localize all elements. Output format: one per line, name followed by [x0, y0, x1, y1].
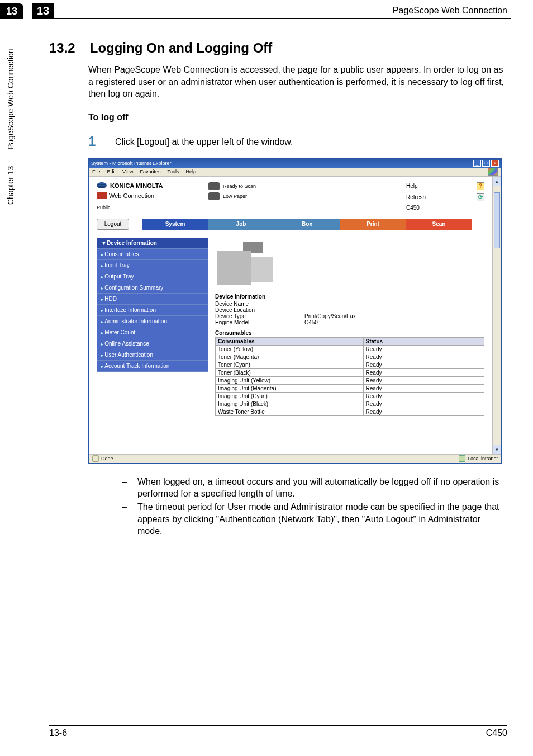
scroll-up-icon[interactable]: ▴: [493, 177, 501, 186]
consumables-heading: Consumables: [215, 330, 484, 336]
subsection-heading: To log off: [88, 112, 507, 122]
scanner-status-icon: [208, 182, 220, 190]
device-info-heading: Device Information: [215, 294, 484, 300]
notes-list: When logged on, a timeout occurs and you…: [122, 476, 507, 537]
table-row: Toner (Magenta)Ready: [216, 353, 484, 361]
step-text: Click [Logout] at the upper left of the …: [115, 134, 293, 149]
windows-flag-icon: [488, 168, 498, 176]
note-item: The timeout period for User mode and Adm…: [122, 501, 507, 537]
nav-hdd[interactable]: HDD: [97, 294, 208, 305]
status-ready: Ready to Scan: [223, 183, 256, 189]
window-title: System - Microsoft Internet Explorer: [91, 160, 172, 166]
side-nav: ▼Device Information Consumables Input Tr…: [97, 238, 208, 416]
nav-consumables[interactable]: Consumables: [97, 249, 208, 260]
done-icon: [92, 455, 99, 462]
browser-statusbar: Done Local intranet: [89, 454, 501, 463]
table-row: Toner (Cyan)Ready: [216, 361, 484, 368]
dev-name-label: Device Name: [215, 301, 304, 307]
logout-button[interactable]: Logout: [97, 219, 129, 230]
status-zone: Local intranet: [468, 456, 498, 461]
dev-type-label: Device Type: [215, 313, 304, 319]
section-paragraph: When PageScope Web Connection is accesse…: [88, 64, 507, 100]
paper-status-icon: [208, 192, 220, 200]
pagescope-label: Web Connection: [109, 192, 154, 199]
close-icon[interactable]: ×: [491, 160, 499, 167]
nav-input-tray[interactable]: Input Tray: [97, 260, 208, 271]
section-heading: 13.2Logging On and Logging Off: [49, 40, 507, 56]
side-section-label: PageScope Web Connection: [6, 49, 15, 150]
table-row: Waste Toner BottleReady: [216, 408, 484, 415]
table-row: Imaging Unit (Black)Ready: [216, 400, 484, 408]
top-chapter-badge: 13: [32, 3, 54, 18]
tab-box[interactable]: Box: [274, 219, 340, 230]
scroll-thumb[interactable]: [494, 192, 500, 248]
table-row: Imaging Unit (Cyan)Ready: [216, 392, 484, 400]
status-done: Done: [101, 456, 113, 461]
nav-user-auth[interactable]: User Authentication: [97, 349, 208, 361]
scroll-down-icon[interactable]: ▾: [493, 445, 501, 454]
section-number: 13.2: [49, 40, 75, 55]
menu-view[interactable]: View: [122, 169, 133, 174]
footer-page-number: 13-6: [49, 728, 67, 738]
step-1: 1 Click [Logout] at the upper left of th…: [88, 134, 507, 149]
nav-meter-count[interactable]: Meter Count: [97, 327, 208, 338]
konica-logo-icon: [97, 182, 107, 188]
nav-admin-info[interactable]: Administrator Information: [97, 316, 208, 327]
minimize-icon[interactable]: _: [473, 160, 481, 167]
nav-output-tray[interactable]: Output Tray: [97, 271, 208, 282]
pagescope-icon: [97, 192, 107, 199]
device-image: [217, 240, 279, 288]
help-icon[interactable]: ?: [477, 182, 484, 190]
section-title: Logging On and Logging Off: [90, 40, 273, 55]
table-row: Imaging Unit (Magenta)Ready: [216, 384, 484, 392]
zone-icon: [459, 455, 465, 462]
screenshot-browser: System - Microsoft Internet Explorer _ □…: [88, 158, 502, 464]
note-item: When logged on, a timeout occurs and you…: [122, 476, 507, 500]
dev-engine-value: C450: [304, 319, 318, 325]
dev-engine-label: Engine Model: [215, 319, 304, 325]
brand-label: KONICA MINOLTA: [110, 182, 163, 189]
status-lowpaper: Low Paper: [223, 193, 247, 199]
page-footer: 13-6 C450: [49, 725, 507, 738]
nav-interface-info[interactable]: Interface Information: [97, 305, 208, 316]
menu-file[interactable]: File: [92, 169, 101, 174]
menu-favorites[interactable]: Favorites: [140, 169, 160, 174]
model-label: C450: [406, 205, 420, 211]
side-tab: 13 Chapter 13 PageScope Web Connection: [0, 3, 28, 249]
refresh-link[interactable]: Refresh: [406, 194, 426, 200]
public-label: Public: [97, 205, 208, 210]
menu-edit[interactable]: Edit: [107, 169, 116, 174]
cons-col-name: Consumables: [216, 337, 364, 345]
table-row: Toner (Black)Ready: [216, 368, 484, 376]
tab-job[interactable]: Job: [208, 219, 274, 230]
menu-help[interactable]: Help: [185, 169, 196, 174]
dev-type-value: Print/Copy/Scan/Fax: [304, 313, 356, 319]
tab-scan[interactable]: Scan: [406, 219, 472, 230]
refresh-icon[interactable]: ⟳: [477, 193, 484, 201]
tab-print[interactable]: Print: [340, 219, 406, 230]
menu-tools[interactable]: Tools: [167, 169, 179, 174]
browser-menubar: File Edit View Favorites Tools Help: [89, 168, 501, 177]
consumables-table: ConsumablesStatus Toner (Yellow)Ready To…: [215, 337, 484, 416]
maximize-icon[interactable]: □: [482, 160, 490, 167]
help-link[interactable]: Help: [406, 183, 418, 189]
nav-account-track[interactable]: Account Track Information: [97, 361, 208, 372]
page-header-title: PageScope Web Connection: [54, 6, 511, 16]
side-chapter-badge: 13: [0, 3, 23, 19]
footer-model: C450: [486, 728, 507, 738]
nav-online-assist[interactable]: Online Assistance: [97, 338, 208, 349]
vertical-scrollbar[interactable]: ▴ ▾: [492, 177, 501, 454]
table-row: Toner (Yellow)Ready: [216, 345, 484, 353]
table-row: Imaging Unit (Yellow)Ready: [216, 376, 484, 384]
side-chapter-label: Chapter 13: [6, 166, 15, 205]
top-bar: 13 PageScope Web Connection: [32, 3, 511, 19]
dev-loc-label: Device Location: [215, 307, 304, 313]
cons-col-status: Status: [363, 337, 484, 345]
nav-device-info[interactable]: ▼Device Information: [97, 238, 208, 249]
nav-config-summary[interactable]: Configuration Summary: [97, 282, 208, 294]
tab-system[interactable]: System: [142, 219, 208, 230]
window-titlebar: System - Microsoft Internet Explorer _ □…: [89, 159, 501, 168]
step-number: 1: [88, 134, 115, 149]
